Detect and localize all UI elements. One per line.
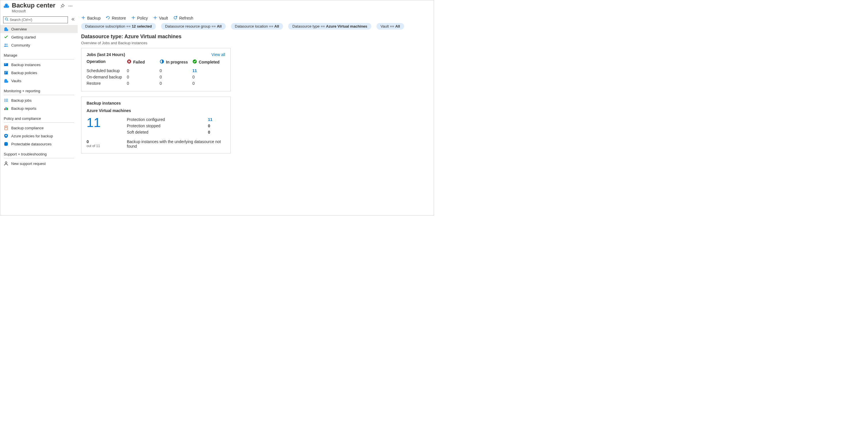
overview-title: Datasource type: Azure Virtual machines [80, 33, 429, 40]
page-title: Backup center [12, 2, 56, 9]
filter-type[interactable]: Datasource type == Azure Virtual machine… [288, 23, 371, 30]
instance-row: Protection configured11 [127, 117, 225, 123]
cmd-label: Policy [137, 16, 148, 21]
sidebar-item-label: Protectable datasources [11, 142, 52, 146]
instances-card: Backup instances Azure Virtual machines … [81, 97, 231, 154]
sidebar-section-policy: Policy and compliance [0, 112, 78, 122]
sidebar-item-azure-policies[interactable]: Azure policies for backup [0, 132, 78, 140]
backup-jobs-icon [4, 98, 8, 103]
jobs-row: Scheduled backup0011 [87, 68, 225, 74]
instances-footer-num: 0 [87, 139, 118, 144]
sidebar-item-backup-compliance[interactable]: Backup compliance [0, 124, 78, 132]
vaults-icon [4, 78, 8, 83]
more-icon[interactable] [68, 4, 73, 9]
plus-icon [131, 15, 135, 21]
collapse-sidebar-icon[interactable] [70, 16, 75, 23]
inprogress-icon [160, 59, 164, 65]
sidebar-item-backup-policies[interactable]: Backup policies [0, 69, 78, 77]
sidebar-item-community[interactable]: Community [0, 41, 78, 49]
instances-subtitle: Azure Virtual machines [87, 108, 225, 113]
cmd-label: Restore [112, 16, 126, 21]
plus-icon [153, 15, 157, 21]
jobs-row: On-demand backup000 [87, 74, 225, 80]
cmd-policy[interactable]: Policy [131, 15, 148, 21]
jobs-op: Restore [87, 81, 127, 86]
sidebar-item-label: Community [11, 43, 30, 47]
sidebar-item-label: New support request [11, 162, 46, 166]
instance-label: Protection stopped [127, 124, 208, 128]
sidebar-section-manage: Manage [0, 49, 78, 59]
command-bar: Backup Restore Policy Vault Refresh [80, 14, 429, 23]
svg-rect-10 [5, 71, 6, 72]
sidebar-item-label: Backup jobs [11, 98, 32, 103]
instances-footer-note: out of 11 [87, 144, 118, 148]
sidebar-section-monitoring: Monitoring + reporting [0, 85, 78, 94]
instance-row: Soft deleted0 [127, 129, 225, 135]
failed-icon [127, 59, 131, 65]
filter-location[interactable]: Datasource location == All [231, 23, 283, 30]
pin-icon[interactable] [60, 4, 65, 9]
svg-point-6 [6, 44, 7, 45]
instance-value: 0 [208, 124, 225, 128]
plus-icon [81, 15, 86, 21]
jobs-card: Jobs (last 24 Hours) View all Operation … [81, 48, 231, 91]
page-header: Backup center Microsoft [0, 0, 434, 14]
sidebar-item-label: Backup compliance [11, 126, 44, 130]
cmd-backup[interactable]: Backup [81, 15, 101, 21]
sidebar-item-overview[interactable]: Overview [0, 25, 78, 33]
cmd-label: Vault [159, 16, 168, 21]
jobs-col-inprogress: In progress [160, 59, 192, 65]
jobs-col-failed: Failed [127, 59, 160, 65]
search-input[interactable] [10, 18, 66, 22]
svg-line-4 [7, 20, 8, 21]
sidebar-item-backup-reports[interactable]: Backup reports [0, 104, 78, 112]
support-icon [4, 161, 8, 166]
sidebar-item-getting-started[interactable]: Getting started [0, 33, 78, 41]
svg-point-19 [5, 162, 7, 164]
filter-row: Datasource subscription == 12 selected D… [80, 23, 429, 33]
restore-icon [106, 15, 110, 21]
jobs-completed-val[interactable]: 11 [192, 68, 225, 73]
filter-vault[interactable]: Vault == All [376, 23, 404, 30]
jobs-card-title: Jobs (last 24 Hours) [87, 52, 125, 57]
divider [4, 59, 74, 60]
instance-value: 0 [208, 130, 225, 134]
svg-rect-15 [7, 108, 8, 110]
instances-total[interactable]: 11 [87, 117, 118, 135]
instance-value[interactable]: 11 [208, 117, 225, 122]
jobs-completed-val: 0 [192, 81, 225, 86]
cmd-refresh[interactable]: Refresh [173, 15, 193, 21]
svg-rect-7 [4, 63, 8, 66]
filter-subscription[interactable]: Datasource subscription == 12 selected [81, 23, 156, 30]
svg-point-0 [68, 6, 69, 7]
jobs-failed-val: 0 [127, 81, 160, 86]
backup-center-icon [3, 2, 9, 10]
sidebar-item-new-support[interactable]: New support request [0, 160, 78, 167]
backup-reports-icon [4, 106, 8, 111]
protectable-ds-icon [4, 142, 8, 146]
instances-card-title: Backup instances [87, 101, 225, 105]
jobs-view-all-link[interactable]: View all [211, 52, 225, 57]
sidebar-item-label: Backup reports [11, 106, 36, 111]
cmd-restore[interactable]: Restore [106, 15, 126, 21]
svg-point-2 [71, 6, 72, 7]
backup-instances-icon [4, 62, 8, 67]
compliance-icon [4, 126, 8, 130]
sidebar-item-protectable-ds[interactable]: Protectable datasources [0, 140, 78, 148]
svg-rect-14 [6, 107, 7, 110]
sidebar-item-backup-instances[interactable]: Backup instances [0, 61, 78, 69]
instance-label: Protection configured [127, 117, 208, 122]
svg-point-1 [70, 6, 71, 7]
svg-point-17 [5, 135, 7, 136]
search-input-wrapper[interactable] [3, 16, 68, 23]
getting-started-icon [4, 35, 8, 39]
sidebar: Overview Getting started Community Manag… [0, 14, 78, 215]
sidebar-item-backup-jobs[interactable]: Backup jobs [0, 96, 78, 104]
cmd-vault[interactable]: Vault [153, 15, 168, 21]
jobs-failed-val: 0 [127, 75, 160, 79]
community-icon [4, 43, 8, 47]
divider [4, 158, 74, 158]
sidebar-item-vaults[interactable]: Vaults [0, 77, 78, 85]
filter-resource-group[interactable]: Datasource resource group == All [161, 23, 226, 30]
sidebar-item-label: Azure policies for backup [11, 134, 53, 138]
